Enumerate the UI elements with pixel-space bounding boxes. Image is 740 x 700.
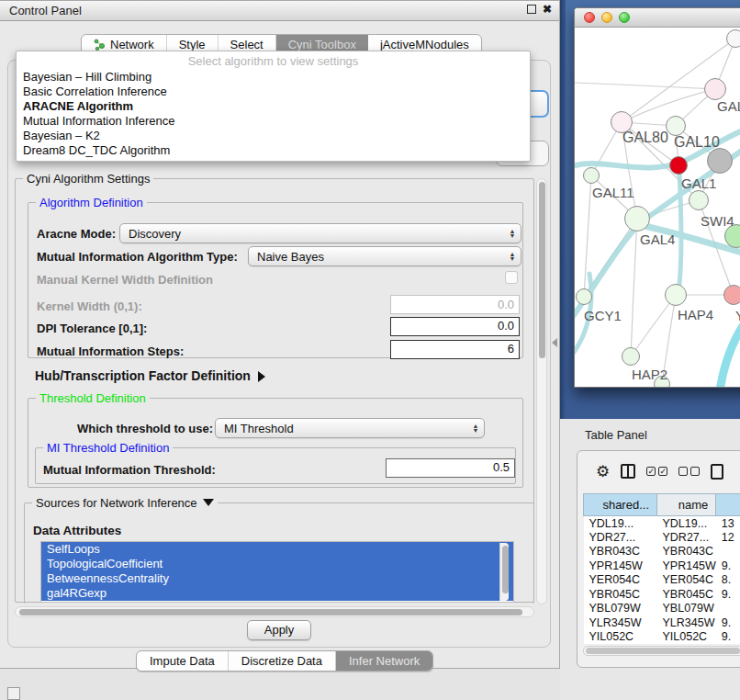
node-label: SWI4 [701,213,734,229]
select-all-icon[interactable]: ✓✓ [646,467,667,476]
attribute-item[interactable]: BetweennessCentrality [41,571,513,586]
network-node[interactable] [665,284,687,306]
algorithm-option[interactable]: Bayesian – K2 [17,129,530,143]
kernel-width-input[interactable]: 0.0 [390,295,520,314]
network-node[interactable] [726,29,740,48]
column-header[interactable]: A... [716,494,740,516]
attribute-item[interactable]: gal4RGexp [41,586,513,601]
combo-arrows-icon: ▲▼ [469,423,484,433]
dpi-tolerance-input[interactable]: 0.0 [390,317,520,336]
control-panel-titlebar: Control Panel ✖ [0,1,559,21]
unchecked-box-icon [678,467,688,476]
table-cell: YPR145W [657,559,716,573]
tab-impute-data[interactable]: Impute Data [137,651,229,671]
node-label: GAL10 [674,134,720,151]
network-node[interactable] [669,156,688,175]
dpi-tolerance-label: DPI Tolerance [0,1]: [37,322,147,335]
network-node[interactable] [689,190,709,210]
columns-icon[interactable] [621,464,635,479]
algorithm-option[interactable]: Dream8 DC_TDC Algorithm [17,143,530,158]
mi-steps-input[interactable]: 6 [390,340,520,359]
deselect-all-icon[interactable] [678,467,700,476]
table-row[interactable]: YIL052CYIL052C9. [584,630,740,645]
table-panel: ⚙ ✓✓ shared...nameA... YDL19...YDL19...1… [577,450,740,668]
table-cell: YBR043C [584,545,657,559]
network-node[interactable] [666,116,686,136]
column-header[interactable]: shared... [584,494,657,516]
table-row[interactable]: YPR145WYPR145W9. [584,559,740,573]
settings-vertical-scrollbar[interactable] [536,178,547,604]
control-panel-window: Control Panel ✖ Network Style [0,0,560,669]
network-node[interactable] [704,78,726,100]
manual-kernel-checkbox[interactable] [505,271,518,284]
aracne-mode-select[interactable]: Discovery ▲▼ [119,223,521,243]
network-node[interactable] [624,206,650,231]
close-icon[interactable]: ✖ [543,5,552,14]
expanded-arrow-icon [203,499,214,506]
mi-type-value: Naive Bayes [249,250,506,264]
table-cell: YLR345W [657,615,716,630]
network-node[interactable] [707,148,733,174]
tab-label: jActiveMNodules [380,38,469,51]
screen: Control Panel ✖ Network Style [0,0,740,700]
table-cell: YBR045C [584,587,657,602]
network-node[interactable] [583,167,600,184]
table-row[interactable]: YBR045CYBR045C9. [584,587,740,602]
tab-discretize-data[interactable]: Discretize Data [229,651,336,671]
apply-button[interactable]: Apply [247,620,311,640]
table-row[interactable]: YBL079WYBL079W [584,602,740,616]
group-title: Algorithm Definition [36,196,147,209]
scrollbar-thumb[interactable] [502,546,509,593]
network-node[interactable] [723,285,740,305]
algorithm-option[interactable]: Bayesian – Hill Climbing [17,70,530,85]
network-window-titlebar [575,8,740,28]
table-cell: 9. [716,615,740,630]
tab-label: Style [179,38,206,51]
scrollbar-thumb[interactable] [586,648,740,654]
which-threshold-select[interactable]: MI Threshold ▲▼ [215,418,485,438]
zoom-traffic-light-icon[interactable] [619,12,630,23]
column-header[interactable]: name [657,494,716,516]
mi-type-select[interactable]: Naive Bayes ▲▼ [248,246,521,266]
sources-title: Sources for Network Inference [36,496,197,510]
minimized-panel-icon[interactable] [7,687,20,700]
network-node[interactable] [576,288,592,305]
settings-horizontal-scrollbar[interactable] [15,606,534,617]
tab-label: Impute Data [150,654,215,668]
tab-infer-network[interactable]: Infer Network [336,651,432,671]
table-row[interactable]: YDR27...YDR27...12 [584,530,740,545]
data-attributes-list[interactable]: SelfLoopsTopologicalCoefficientBetweenne… [40,541,514,603]
close-traffic-light-icon[interactable] [584,12,595,23]
gear-icon[interactable]: ⚙ [596,462,610,481]
table-cell: 9. [716,630,740,645]
new-table-icon[interactable] [711,464,723,480]
table-cell: YDL19... [584,516,657,531]
algorithm-option[interactable]: Mutual Information Inference [17,114,530,129]
mi-type-label: Mutual Information Algorithm Type: [37,250,238,264]
algorithm-option[interactable]: ARACNE Algorithm [17,99,530,114]
aracne-mode-value: Discovery [120,227,506,241]
attribute-item[interactable]: SelfLoops [41,542,513,557]
scrollbar-thumb[interactable] [539,182,545,358]
sources-toggle[interactable]: Sources for Network Inference [32,496,218,510]
splitter-collapse-icon[interactable] [552,338,557,347]
float-window-icon[interactable] [527,5,536,14]
mi-threshold-input[interactable]: 0.5 [386,458,515,478]
network-canvas[interactable]: GALGAL80GAL10GAL1GAL11GAL4SWI4GCY1HAP4YH… [575,28,740,388]
table-row[interactable]: YDL19...YDL19...13 [584,516,740,531]
table-row[interactable]: YBR043CYBR043C [584,545,740,559]
scrollbar-thumb[interactable] [19,609,522,615]
table-cell: 9. [716,587,740,602]
minimize-traffic-light-icon[interactable] [601,12,612,23]
node-label: GCY1 [584,308,622,323]
kernel-width-label: Kernel Width (0,1): [37,299,142,313]
table-row[interactable]: YLR345WYLR345W9. [584,615,740,630]
hub-definition-toggle[interactable]: Hub/Transcription Factor Definition [35,368,265,383]
tab-label: Network [110,38,154,51]
attributes-scrollbar[interactable] [499,543,509,601]
algorithm-option[interactable]: Basic Correlation Inference [17,85,530,99]
network-node[interactable] [622,347,640,366]
table-horizontal-scrollbar[interactable] [583,646,740,656]
attribute-item[interactable]: TopologicalCoefficient [41,557,513,571]
table-row[interactable]: YER054CYER054C8. [584,573,740,588]
